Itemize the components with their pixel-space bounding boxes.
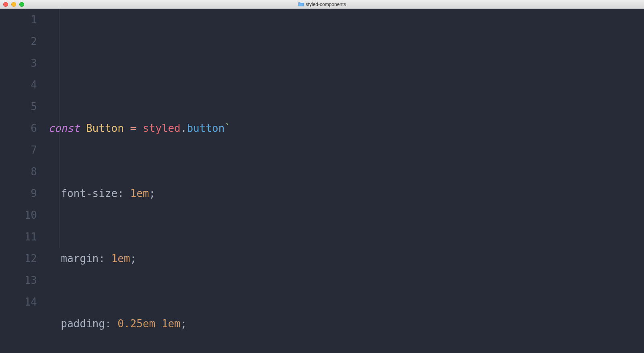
line-number: 8 <box>0 161 37 183</box>
line-number: 14 <box>0 291 37 313</box>
code-area[interactable]: const Button = styled.button` font-size:… <box>48 9 644 353</box>
line-number: 10 <box>0 204 37 226</box>
code-line: margin: 1em; <box>48 248 644 269</box>
code-line: padding: 0.25em 1em; <box>48 313 644 335</box>
window-title: styled-components <box>298 2 346 7</box>
maximize-window-button[interactable] <box>19 2 24 7</box>
indent-guide <box>60 9 60 248</box>
code-editor[interactable]: 1 2 3 4 5 6 7 8 9 10 11 12 13 14 const B… <box>0 9 644 353</box>
code-lines: const Button = styled.button` font-size:… <box>48 74 644 353</box>
code-line: const Button = styled.button` <box>48 117 644 139</box>
titlebar: styled-components <box>0 0 644 9</box>
traffic-lights <box>3 2 24 7</box>
line-number: 3 <box>0 52 37 74</box>
line-number: 9 <box>0 183 37 204</box>
line-number: 1 <box>0 9 37 31</box>
line-number: 11 <box>0 226 37 248</box>
line-number-gutter: 1 2 3 4 5 6 7 8 9 10 11 12 13 14 <box>0 9 48 353</box>
line-number: 4 <box>0 74 37 96</box>
line-number: 5 <box>0 96 37 117</box>
window-title-text: styled-components <box>306 2 346 7</box>
line-number: 12 <box>0 248 37 269</box>
line-number: 6 <box>0 117 37 139</box>
folder-icon <box>298 2 304 6</box>
code-line: font-size: 1em; <box>48 183 644 204</box>
line-number: 2 <box>0 31 37 52</box>
line-number: 7 <box>0 139 37 161</box>
line-number: 13 <box>0 269 37 291</box>
close-window-button[interactable] <box>3 2 8 7</box>
minimize-window-button[interactable] <box>11 2 16 7</box>
